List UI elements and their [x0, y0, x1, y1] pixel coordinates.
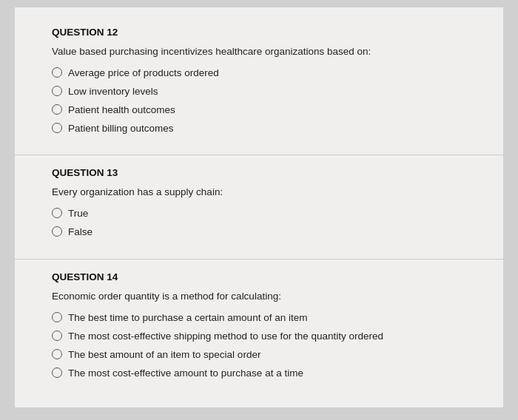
option-text: Low inventory levels	[68, 85, 466, 99]
option-item[interactable]: The best amount of an item to special or…	[52, 348, 466, 362]
question-label-14: QUESTION 14	[52, 271, 466, 282]
option-item[interactable]: The best time to purchase a certain amou…	[52, 311, 466, 325]
option-text: True	[68, 207, 466, 221]
option-text: Patient health outcomes	[68, 104, 466, 118]
question-text-12: Value based purchasing incentivizes heal…	[52, 45, 466, 59]
option-text: The best amount of an item to special or…	[68, 348, 466, 362]
radio-icon[interactable]	[52, 104, 62, 115]
option-item[interactable]: Average price of products ordered	[52, 67, 466, 81]
radio-icon[interactable]	[52, 86, 62, 96]
option-item[interactable]: Low inventory levels	[52, 85, 466, 99]
radio-icon[interactable]	[52, 226, 62, 237]
option-text: The most cost-effective shipping method …	[68, 330, 466, 344]
option-text: False	[68, 226, 466, 240]
radio-icon[interactable]	[52, 312, 62, 322]
main-container: QUESTION 12Value based purchasing incent…	[15, 7, 503, 407]
question-block-14: QUESTION 14Economic order quantity is a …	[15, 260, 503, 399]
radio-icon[interactable]	[52, 67, 62, 78]
options-list-14: The best time to purchase a certain amou…	[52, 311, 466, 381]
options-list-12: Average price of products orderedLow inv…	[52, 67, 466, 136]
question-text-13: Every organization has a supply chain:	[52, 186, 466, 200]
option-item[interactable]: False	[52, 226, 466, 240]
radio-icon[interactable]	[52, 123, 62, 133]
radio-icon[interactable]	[52, 331, 62, 341]
question-text-14: Economic order quantity is a method for …	[52, 290, 466, 304]
options-list-13: TrueFalse	[52, 207, 466, 240]
radio-icon[interactable]	[52, 349, 62, 359]
option-item[interactable]: The most cost-effective shipping method …	[52, 330, 466, 344]
option-text: Average price of products ordered	[68, 67, 466, 81]
question-label-12: QUESTION 12	[52, 27, 466, 38]
option-item[interactable]: The most cost-effective amount to purcha…	[52, 367, 466, 381]
radio-icon[interactable]	[52, 208, 62, 218]
question-block-12: QUESTION 12Value based purchasing incent…	[15, 15, 503, 155]
option-text: The most cost-effective amount to purcha…	[68, 367, 466, 381]
option-text: The best time to purchase a certain amou…	[68, 311, 466, 325]
question-label-13: QUESTION 13	[52, 167, 466, 178]
option-item[interactable]: True	[52, 207, 466, 221]
option-item[interactable]: Patient billing outcomes	[52, 122, 466, 136]
option-text: Patient billing outcomes	[68, 122, 466, 136]
option-item[interactable]: Patient health outcomes	[52, 104, 466, 118]
question-block-13: QUESTION 13Every organization has a supp…	[15, 155, 503, 260]
radio-icon[interactable]	[52, 368, 62, 378]
